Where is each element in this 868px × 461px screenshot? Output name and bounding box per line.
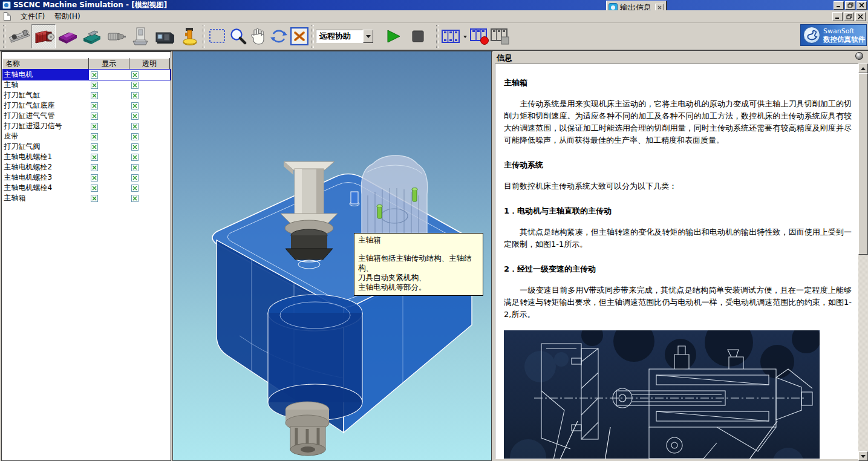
child-close-button[interactable] — [855, 12, 866, 21]
scrollbar-thumb[interactable] — [858, 73, 868, 255]
table-row[interactable]: 打刀缸气阀 — [3, 142, 170, 152]
checked-icon — [92, 83, 97, 88]
transparent-checkbox[interactable] — [131, 113, 139, 120]
child-minimize-button[interactable] — [832, 12, 843, 21]
column-button[interactable] — [128, 24, 152, 48]
brand-badge: SwanSoft 数控仿真软件 — [800, 24, 867, 46]
toolbar-grip[interactable] — [312, 25, 314, 48]
child-restore-button[interactable] — [844, 12, 854, 21]
model-viewport[interactable]: 主轴箱 主轴箱包括主轴传动结构、主轴结构、 刀具自动夹紧机构、 主轴电动机等部分… — [172, 51, 492, 461]
film-dropdown-arrow[interactable] — [461, 24, 469, 48]
close-button[interactable] — [857, 1, 867, 10]
table-row[interactable]: 打刀缸气缸底座 — [3, 100, 170, 111]
show-checkbox[interactable] — [91, 195, 98, 202]
table-row[interactable]: 打刀缸进气气管 — [3, 111, 170, 121]
play-button[interactable] — [382, 24, 406, 48]
tool-loader-button[interactable] — [177, 24, 201, 48]
show-checkbox[interactable] — [91, 123, 98, 130]
column-header-name[interactable]: 名称 — [3, 59, 89, 70]
show-checkbox[interactable] — [91, 113, 98, 120]
column-header-transparent[interactable]: 透明 — [129, 59, 170, 70]
transparent-checkbox[interactable] — [131, 82, 139, 89]
show-checkbox[interactable] — [91, 164, 98, 171]
show-checkbox[interactable] — [91, 102, 98, 110]
info-content[interactable]: 主轴箱 主传动系统是用来实现机床主运动的，它将主电动机的原动力变成可供主轴上刀具… — [495, 64, 858, 459]
table-row[interactable]: 主轴 — [3, 80, 170, 90]
mode-dropdown-value[interactable]: 远程协助 — [316, 30, 363, 43]
cnc-machine-button[interactable] — [152, 24, 177, 48]
film-stop-button[interactable] — [490, 25, 511, 47]
menu-file[interactable]: 文件(F) — [16, 10, 50, 23]
tooltip-line: 刀具自动夹紧机构、 — [358, 273, 479, 283]
menu-help[interactable]: 帮助(H) — [50, 10, 85, 23]
scroll-up-button[interactable] — [858, 64, 868, 73]
bed-part-icon — [57, 25, 79, 47]
table-row[interactable]: 皮带 — [3, 131, 170, 142]
mode-dropdown-arrow[interactable] — [363, 30, 373, 43]
toolbar-grip[interactable] — [436, 25, 439, 48]
title-bar: SSCNC Machine Simulation - [模型视图] — [0, 0, 868, 10]
transparent-checkbox[interactable] — [131, 92, 139, 99]
close-icon — [859, 2, 864, 8]
table-row[interactable]: 打刀缸气缸 — [3, 90, 170, 100]
table-row[interactable]: 主轴电机 — [3, 70, 170, 80]
column-header-show[interactable]: 显示 — [89, 59, 129, 70]
rotate-tool-button[interactable] — [269, 25, 289, 47]
stop-button[interactable] — [406, 24, 430, 48]
table-row[interactable]: 主轴电机螺栓3 — [3, 172, 170, 183]
zoom-icon — [229, 27, 247, 45]
mode-dropdown[interactable]: 远程协助 — [316, 29, 373, 44]
film-icon — [442, 29, 460, 44]
minimize-button[interactable] — [834, 1, 844, 10]
transparent-checkbox[interactable] — [131, 133, 139, 140]
transparent-checkbox[interactable] — [131, 185, 139, 192]
table-row[interactable]: 主轴电机螺栓1 — [3, 152, 170, 162]
tool-cartridge-button[interactable] — [104, 24, 128, 48]
show-checkbox[interactable] — [91, 71, 98, 79]
transparent-checkbox[interactable] — [131, 143, 139, 151]
transparent-checkbox[interactable] — [131, 164, 139, 171]
fit-view-button[interactable] — [289, 25, 310, 47]
info-scrollbar[interactable] — [858, 64, 868, 461]
transparent-checkbox[interactable] — [131, 71, 139, 79]
pan-tool-button[interactable] — [248, 25, 269, 47]
pin-icon[interactable] — [855, 52, 863, 60]
transparent-checkbox[interactable] — [131, 195, 139, 202]
info-heading: 1．电动机与主轴直联的主传动 — [504, 206, 852, 217]
show-checkbox[interactable] — [91, 92, 98, 99]
film-record-icon — [470, 28, 489, 45]
show-checkbox[interactable] — [91, 133, 98, 140]
restore-button[interactable] — [845, 1, 855, 10]
transparent-checkbox[interactable] — [131, 154, 139, 161]
info-panel-title: 信息 — [497, 53, 512, 64]
select-tool-button[interactable] — [207, 25, 227, 47]
scroll-down-button[interactable] — [858, 451, 868, 461]
checked-icon — [92, 114, 97, 119]
transparent-checkbox[interactable] — [131, 174, 139, 181]
bed-part-button[interactable] — [56, 24, 80, 48]
film-record-button[interactable] — [469, 25, 490, 47]
film-play-button[interactable] — [440, 25, 461, 47]
checked-icon — [92, 134, 97, 139]
show-checkbox[interactable] — [91, 143, 98, 151]
transparent-checkbox[interactable] — [131, 123, 139, 130]
table-row[interactable]: 主轴电机螺栓4 — [3, 183, 170, 193]
ballscrew-button[interactable] — [7, 24, 31, 48]
toolbar-grip[interactable] — [203, 25, 205, 48]
table-row[interactable]: 主轴电机螺栓2 — [3, 162, 170, 172]
show-checkbox[interactable] — [91, 82, 98, 89]
show-checkbox[interactable] — [91, 185, 98, 192]
parts-table: 名称 显示 透明 主轴电机 主轴 打刀缸气缸 打刀缸气缸底座 打刀缸进气气管 打… — [2, 58, 170, 203]
zoom-tool-button[interactable] — [227, 25, 248, 47]
spindle-motor-button[interactable] — [31, 24, 56, 48]
table-row[interactable]: 打刀缸进退刀信号 — [3, 121, 170, 131]
toolbar-grip[interactable] — [3, 25, 5, 48]
saddle-part-button[interactable] — [80, 24, 104, 48]
document-icon[interactable] — [4, 12, 11, 21]
show-checkbox[interactable] — [91, 174, 98, 181]
checked-icon — [132, 83, 137, 88]
chevron-down-icon — [463, 36, 467, 40]
table-row[interactable]: 主轴箱 — [3, 193, 170, 203]
transparent-checkbox[interactable] — [131, 102, 139, 110]
show-checkbox[interactable] — [91, 154, 98, 161]
